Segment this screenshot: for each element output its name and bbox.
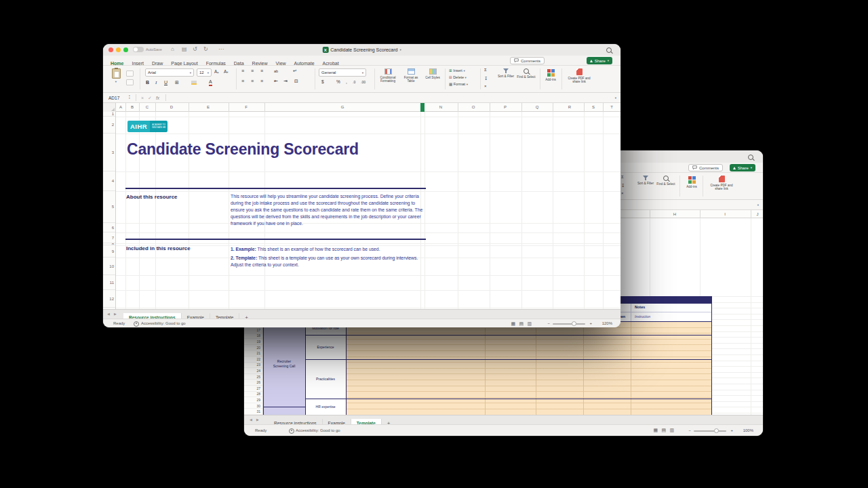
name-box-stepper[interactable]: ▴ ▾	[129, 94, 130, 100]
row-header[interactable]: 23	[244, 363, 262, 369]
normal-view-icon[interactable]: ▦	[653, 425, 658, 436]
align-left-button[interactable]: ≡	[241, 68, 244, 73]
align-bottom-button[interactable]: ≡	[260, 79, 263, 83]
align-center-button[interactable]: ≡	[251, 68, 254, 73]
merge-center-button[interactable]: ⊟	[294, 79, 298, 84]
criteria-cell[interactable]: Experience	[305, 335, 346, 359]
fill-color-button[interactable]	[191, 81, 197, 85]
selected-column-marker[interactable]	[420, 103, 425, 112]
sort-filter-button[interactable]: Sort & Filter	[496, 68, 515, 78]
more-icon[interactable]: ⋯	[218, 46, 224, 53]
cut-button[interactable]	[126, 70, 134, 77]
zoom-slider-handle[interactable]	[572, 321, 576, 326]
row-header[interactable]: 3	[103, 134, 115, 171]
formula-bar-collapse-icon[interactable]: ▾	[615, 96, 616, 100]
row-header[interactable]: 31	[244, 409, 262, 415]
column-header[interactable]: C	[146, 103, 149, 112]
column-header[interactable]: P	[504, 103, 507, 112]
criteria-cell[interactable]: HR expertise	[305, 399, 346, 415]
zoom-level[interactable]: 120%	[602, 319, 612, 327]
sort-filter-button[interactable]: Sort & Filter	[636, 176, 655, 185]
criteria-cell[interactable]: Practicalities	[305, 359, 346, 399]
column-header[interactable]: E	[207, 103, 210, 112]
row-header[interactable]: 27	[244, 386, 262, 392]
share-button[interactable]: Share ▾	[730, 164, 755, 171]
zoom-level[interactable]: 100%	[743, 425, 753, 436]
increase-indent-button[interactable]: ⇥	[283, 79, 288, 84]
column-header[interactable]: F	[245, 103, 248, 112]
column-header[interactable]: N	[439, 103, 442, 112]
normal-view-icon[interactable]: ▦	[511, 319, 515, 327]
page-break-view-icon[interactable]: ▥	[527, 319, 532, 327]
zoom-in-button[interactable]: +	[730, 425, 733, 436]
page-layout-view-icon[interactable]: ▤	[661, 425, 666, 436]
addins-button[interactable]: Add-ins	[684, 176, 700, 188]
autosave-toggle[interactable]	[133, 47, 144, 52]
column-header[interactable]: J	[757, 210, 759, 218]
comma-format-button[interactable]: ,	[346, 79, 347, 84]
enter-icon[interactable]: ✓	[148, 93, 152, 103]
row-header[interactable]: 6	[103, 223, 115, 232]
insert-cells-button[interactable]: ⊞ Insert ▾	[449, 68, 465, 73]
column-header[interactable]: I	[724, 210, 726, 218]
clear-button[interactable]: ×	[484, 84, 487, 88]
prev-sheet-button[interactable]: ◀	[107, 310, 110, 319]
bold-button[interactable]: B	[146, 79, 149, 86]
row-header[interactable]: 9	[103, 245, 115, 258]
wrap-text-button[interactable]: ↵	[293, 68, 297, 74]
column-header[interactable]: G	[341, 103, 344, 112]
fx-icon[interactable]: fx	[156, 93, 159, 103]
align-middle-button[interactable]: ≡	[251, 79, 254, 83]
row-header[interactable]: 30	[244, 403, 262, 409]
italic-button[interactable]: I	[155, 79, 157, 86]
row-header[interactable]: 1	[103, 112, 115, 117]
borders-button[interactable]: ⊞	[175, 79, 179, 86]
format-painter-button[interactable]	[126, 79, 134, 85]
zoom-button[interactable]	[123, 47, 128, 52]
undo-icon[interactable]: ↺	[193, 46, 197, 53]
page-break-view-icon[interactable]: ▥	[669, 425, 674, 436]
decrease-indent-button[interactable]: ⇤	[274, 79, 278, 84]
row-header[interactable]: 5	[103, 191, 115, 223]
accessibility-status[interactable]: Accessibility: Good to go	[141, 319, 186, 327]
row-header[interactable]: 28	[244, 392, 262, 398]
font-name-select[interactable]: Arial ▾	[145, 68, 194, 77]
orientation-button[interactable]: ab	[274, 69, 278, 73]
accessibility-status[interactable]: Accessibility: Good to go	[296, 425, 340, 436]
row-header[interactable]: 29	[244, 397, 262, 403]
home-icon[interactable]: ⌂	[171, 46, 174, 53]
row-header[interactable]: 2	[103, 117, 115, 134]
paste-button[interactable]: ▾	[109, 68, 123, 83]
page-layout-view-icon[interactable]: ▤	[519, 319, 524, 327]
accounting-format-button[interactable]: $	[321, 79, 324, 84]
row-header[interactable]: 26	[244, 380, 262, 386]
decrease-decimal-button[interactable]: .00	[361, 80, 366, 84]
addins-button[interactable]: Add-ins	[542, 68, 559, 81]
document-title-group[interactable]: X Candidate Screening Scorecard ▾	[322, 47, 401, 53]
row-header[interactable]: 10	[103, 258, 115, 275]
comments-button[interactable]: Comments	[510, 57, 545, 64]
zoom-in-button[interactable]: +	[589, 319, 592, 327]
clear-button[interactable]: ×	[621, 191, 624, 195]
select-all-corner[interactable]	[103, 103, 116, 112]
sheet-grid[interactable]: 1 2 3 4 5 6 7 8 9 10 11 12 AIHR ACADEMY …	[103, 112, 620, 309]
minimize-button[interactable]	[116, 47, 121, 52]
row-header[interactable]: 21	[244, 350, 262, 357]
find-select-button[interactable]: Find & Select	[517, 68, 536, 79]
find-select-button[interactable]: Find & Select	[656, 176, 675, 186]
zoom-slider[interactable]	[553, 323, 585, 325]
row-header[interactable]: 11	[103, 275, 115, 290]
format-cells-button[interactable]: ▦ Format ▾	[449, 82, 468, 86]
percent-format-button[interactable]: %	[336, 79, 340, 84]
number-format-select[interactable]: General ▾	[319, 68, 366, 77]
stage-cell[interactable]: Recruiter Screening Call	[263, 321, 305, 407]
align-top-button[interactable]: ≡	[241, 79, 244, 83]
increase-decimal-button[interactable]: .0	[353, 80, 355, 84]
fill-button[interactable]: ↧	[621, 183, 625, 188]
zoom-out-button[interactable]: −	[547, 319, 550, 327]
formula-bar-collapse-icon[interactable]: ▾	[757, 203, 759, 207]
grow-font-button[interactable]: A▴	[214, 69, 219, 74]
row-header[interactable]: 24	[244, 368, 262, 374]
next-sheet-button[interactable]: ▶	[114, 310, 117, 319]
cancel-icon[interactable]: ×	[141, 93, 144, 103]
